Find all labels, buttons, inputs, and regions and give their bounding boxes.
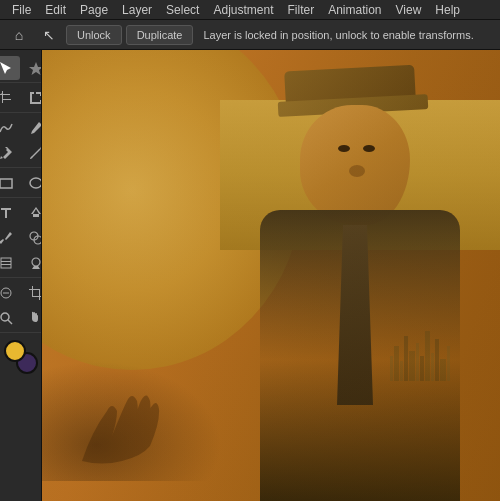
canvas-area [42, 50, 500, 501]
patch-tool[interactable] [0, 251, 20, 275]
node-tool[interactable] [22, 56, 43, 80]
zoom-tool[interactable] [0, 306, 20, 330]
tool-pair-6 [0, 201, 42, 225]
tool-pair-3 [0, 116, 42, 140]
menu-help[interactable]: Help [429, 2, 466, 18]
menu-bar: File Edit Page Layer Select Adjustment F… [0, 0, 500, 20]
tool-pair-8 [0, 251, 42, 275]
menu-adjustment[interactable]: Adjustment [207, 2, 279, 18]
pencil-tool[interactable] [22, 116, 43, 140]
brush-tool[interactable] [22, 141, 43, 165]
menu-view[interactable]: View [390, 2, 428, 18]
ellipse-tool[interactable] [22, 171, 43, 195]
svg-point-8 [1, 313, 9, 321]
rectangle-tool[interactable] [0, 171, 20, 195]
menu-file[interactable]: File [6, 2, 37, 18]
person-eye-right [363, 145, 375, 152]
freehand-tool[interactable] [0, 116, 20, 140]
crop-tools-section [0, 84, 41, 113]
crop-tool[interactable] [0, 86, 20, 110]
pointer-icon: ↖ [43, 27, 55, 43]
draw-tools-section [0, 114, 41, 168]
svg-rect-4 [1, 258, 11, 268]
toolbar-info-text: Layer is locked in position, unlock to e… [203, 29, 473, 41]
fill-tool[interactable] [22, 201, 43, 225]
selection-tools-section [0, 54, 41, 83]
transform-tool[interactable] [22, 86, 43, 110]
tool-pair-4 [0, 141, 42, 165]
menu-edit[interactable]: Edit [39, 2, 72, 18]
pointer-button[interactable]: ↖ [36, 24, 62, 46]
main-layout [0, 50, 500, 501]
menu-animation[interactable]: Animation [322, 2, 387, 18]
retouch-tools-section [0, 199, 41, 278]
menu-page[interactable]: Page [74, 2, 114, 18]
color-swatches[interactable] [4, 340, 38, 374]
menu-filter[interactable]: Filter [281, 2, 320, 18]
clone-tool[interactable] [22, 226, 43, 250]
svg-rect-0 [0, 179, 12, 188]
canvas-image [42, 50, 500, 501]
hand-shadow [62, 381, 192, 471]
svg-line-9 [8, 320, 12, 324]
tool-pair-1 [0, 56, 42, 80]
crop2-tool[interactable] [22, 281, 43, 305]
person-nose [349, 165, 365, 177]
svg-point-5 [32, 258, 40, 266]
menu-select[interactable]: Select [160, 2, 205, 18]
pen-tool[interactable] [0, 141, 20, 165]
tool-pair-10 [0, 306, 42, 330]
svg-point-1 [30, 178, 42, 188]
tools-panel [0, 50, 42, 501]
home-icon: ⌂ [15, 27, 23, 43]
eyedropper-tool[interactable] [0, 226, 20, 250]
person-eye-left [338, 145, 350, 152]
menu-layer[interactable]: Layer [116, 2, 158, 18]
shape-tools-section [0, 169, 41, 198]
blur-tool[interactable] [0, 281, 20, 305]
home-button[interactable]: ⌂ [6, 24, 32, 46]
duplicate-button[interactable]: Duplicate [126, 25, 194, 45]
tool-pair-9 [0, 281, 42, 305]
selection-tool[interactable] [0, 56, 20, 80]
photo-background [42, 50, 500, 501]
toolbar: ⌂ ↖ Unlock Duplicate Layer is locked in … [0, 20, 500, 50]
text-tool[interactable] [0, 201, 20, 225]
nav-tools-section [0, 279, 41, 333]
hand-tool[interactable] [22, 306, 43, 330]
tool-pair-5 [0, 171, 42, 195]
tool-pair-2 [0, 86, 42, 110]
dodge-tool[interactable] [22, 251, 43, 275]
tool-pair-7 [0, 226, 42, 250]
unlock-button[interactable]: Unlock [66, 25, 122, 45]
foreground-color-swatch[interactable] [4, 340, 26, 362]
